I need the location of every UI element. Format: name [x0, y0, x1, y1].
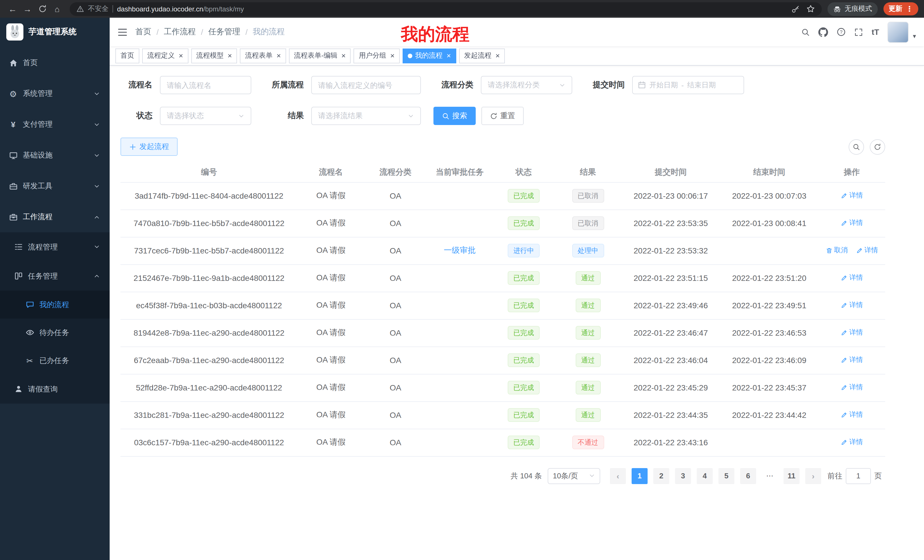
- sidebar-item-task-management[interactable]: 任务管理: [0, 262, 110, 290]
- search-button[interactable]: 搜索: [434, 107, 476, 125]
- breadcrumb-item[interactable]: 工作流程: [164, 27, 196, 37]
- cancel-button[interactable]: 取消: [825, 246, 848, 256]
- tab-close-icon[interactable]: ×: [179, 52, 183, 59]
- process-name-input[interactable]: [160, 76, 251, 94]
- cell-process-id: 7317cec6-7b9b-11ec-b5b7-acde48001122: [120, 237, 297, 264]
- tab-process-form[interactable]: 流程表单×: [240, 48, 286, 63]
- cell-submit-time: 2022-01-22 23:49:46: [621, 292, 720, 319]
- browser-back-icon[interactable]: ←: [6, 2, 20, 16]
- avatar[interactable]: [888, 21, 909, 42]
- column-header: 操作: [818, 163, 885, 182]
- tab-close-icon[interactable]: ×: [390, 52, 394, 59]
- page-size-select[interactable]: 10条/页: [548, 468, 600, 484]
- breadcrumb-item[interactable]: 任务管理: [208, 27, 240, 37]
- start-process-button[interactable]: 发起流程: [120, 138, 178, 156]
- category-select[interactable]: 请选择流程分类: [481, 76, 572, 94]
- cell-end-time: 2022-01-22 23:46:09: [720, 346, 818, 374]
- prev-page-button[interactable]: ‹: [610, 468, 626, 484]
- github-icon[interactable]: [819, 27, 828, 37]
- tab-close-icon[interactable]: ×: [342, 52, 346, 59]
- sidebar-item-workflow[interactable]: 工作流程: [0, 202, 110, 232]
- page-button-5[interactable]: 5: [718, 468, 734, 484]
- next-page-button[interactable]: ›: [805, 468, 821, 484]
- menu-dots-icon[interactable]: ⋮: [906, 5, 913, 13]
- status-select[interactable]: 请选择状态: [160, 107, 251, 125]
- cell-process-name: OA 请假: [297, 182, 364, 210]
- tab-close-icon[interactable]: ×: [276, 52, 280, 59]
- detail-button[interactable]: 详情: [841, 191, 863, 201]
- sidebar-item-leave-query[interactable]: 请假查询: [0, 374, 110, 404]
- goto-prefix: 前往: [828, 471, 842, 481]
- submit-time-range-picker[interactable]: 开始日期 - 结束日期: [632, 76, 744, 94]
- sidebar-item-payment[interactable]: ¥支付管理: [0, 109, 110, 140]
- page-button-11[interactable]: 11: [783, 468, 800, 484]
- password-key-icon[interactable]: [792, 5, 800, 13]
- chevron-down-icon[interactable]: ▾: [913, 32, 916, 40]
- help-icon[interactable]: ?: [837, 27, 846, 36]
- page-button-6[interactable]: 6: [740, 468, 756, 484]
- tab-process-model[interactable]: 流程模型×: [191, 48, 237, 63]
- security-label: 不安全: [88, 4, 108, 14]
- tab-close-icon[interactable]: ×: [228, 52, 232, 59]
- detail-button[interactable]: 详情: [841, 219, 863, 228]
- hamburger-icon[interactable]: [118, 27, 128, 37]
- tab-close-icon[interactable]: ×: [447, 52, 451, 59]
- detail-button[interactable]: 详情: [841, 437, 863, 447]
- fullscreen-icon[interactable]: [855, 28, 863, 36]
- current-task-link[interactable]: 一级审批: [444, 246, 476, 255]
- page-button-2[interactable]: 2: [653, 468, 669, 484]
- detail-button[interactable]: 详情: [841, 301, 863, 310]
- sidebar-item-system[interactable]: ⚙系统管理: [0, 78, 110, 109]
- search-icon[interactable]: [801, 28, 810, 36]
- warning-icon: [76, 5, 84, 13]
- result-select[interactable]: 请选择流结果: [311, 107, 421, 125]
- browser-reload-icon[interactable]: [35, 2, 49, 16]
- page-button-3[interactable]: 3: [675, 468, 691, 484]
- bookmark-star-icon[interactable]: [806, 4, 815, 13]
- sidebar-item-done-task[interactable]: ✂已办任务: [0, 346, 110, 374]
- page-button-4[interactable]: 4: [697, 468, 713, 484]
- browser-home-icon[interactable]: ⌂: [50, 2, 64, 16]
- detail-button[interactable]: 详情: [841, 355, 863, 365]
- chevron-down-icon: [589, 473, 595, 479]
- detail-button[interactable]: 详情: [841, 383, 863, 392]
- tab-process-form-edit[interactable]: 流程表单-编辑×: [289, 48, 351, 63]
- sidebar-item-home[interactable]: 首页: [0, 47, 110, 78]
- goto-page-input[interactable]: [846, 468, 871, 484]
- detail-button[interactable]: 详情: [841, 273, 863, 283]
- sidebar-item-process-management[interactable]: 流程管理: [0, 232, 110, 262]
- tab-close-icon[interactable]: ×: [495, 52, 500, 59]
- page-ellipsis[interactable]: ⋯: [762, 468, 778, 484]
- sidebar-item-infrastructure[interactable]: 基础设施: [0, 140, 110, 171]
- sidebar-item-my-process[interactable]: 我的流程: [0, 290, 110, 319]
- tab-my-process[interactable]: 我的流程×: [403, 48, 456, 63]
- toggle-search-button[interactable]: [849, 139, 864, 154]
- detail-button[interactable]: 详情: [841, 410, 863, 420]
- tab-user-group[interactable]: 用户分组×: [354, 48, 400, 63]
- table-row: 67c2eaab-7b9a-11ec-a290-acde48001122OA 请…: [120, 346, 885, 374]
- edit-icon: [841, 439, 848, 446]
- cell-status: 已完成: [493, 264, 555, 292]
- chevron-down-icon: [408, 113, 414, 119]
- refresh-table-button[interactable]: [870, 139, 885, 154]
- sidebar-item-label: 工作流程: [23, 212, 52, 222]
- detail-button[interactable]: 详情: [856, 246, 878, 256]
- detail-button[interactable]: 详情: [841, 328, 863, 338]
- page-button-1[interactable]: 1: [632, 468, 648, 484]
- sidebar-item-todo-task[interactable]: 待办任务: [0, 319, 110, 346]
- tab-start-process[interactable]: 发起流程×: [459, 48, 505, 63]
- browser-forward-icon[interactable]: →: [21, 2, 34, 16]
- tab-home[interactable]: 首页: [116, 48, 140, 63]
- chevron-down-icon: [92, 244, 101, 250]
- cell-result: 处理中: [555, 237, 621, 264]
- font-size-icon[interactable]: tT: [872, 27, 879, 36]
- tab-process-definition[interactable]: 流程定义×: [142, 48, 188, 63]
- browser-update-button[interactable]: 更新 ⋮: [884, 2, 918, 15]
- cell-result: 通过: [555, 374, 621, 401]
- address-bar[interactable]: 不安全 dashboard.yudao.iocoder.cn/bpm/task/…: [70, 2, 822, 16]
- breadcrumb-item[interactable]: 首页: [135, 27, 152, 37]
- process-definition-input[interactable]: [311, 76, 421, 94]
- sidebar-item-dev-tools[interactable]: 研发工具: [0, 171, 110, 202]
- eye-icon: [25, 328, 34, 337]
- reset-button[interactable]: 重置: [482, 107, 524, 125]
